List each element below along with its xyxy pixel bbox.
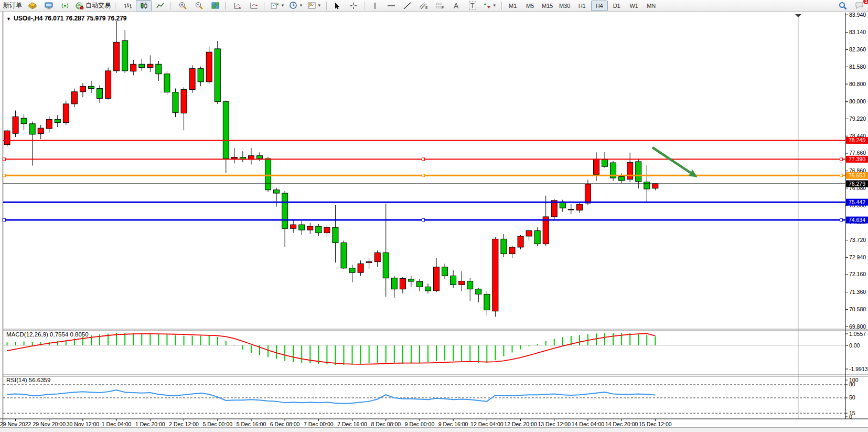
candle-body [122,40,128,71]
price-chart-canvas[interactable]: 83.94083.14082.36081.58080.80080.00079.2… [0,0,868,432]
new-chart-button[interactable]: ▼ [269,0,287,12]
vertical-line-tool-button[interactable] [367,0,383,12]
candle-body [257,156,263,159]
hline-handle[interactable] [422,158,425,161]
candle-body [181,90,187,113]
auto-scroll-button[interactable] [230,0,245,12]
chart-title: USOil-,H4 76.071 76.287 75.979 76.279 [14,15,127,22]
timeframe-h1[interactable]: H1 [574,1,591,11]
periods-button[interactable]: ▼ [287,0,305,12]
history-center-button[interactable] [25,0,40,12]
zoom-out-button[interactable] [191,0,207,12]
candle-body [147,64,153,67]
price-tick-label: 72.160 [849,271,866,277]
timeframe-mn[interactable]: MN [643,1,660,11]
time-tick-label: 9 Dec 16:00 [438,421,468,427]
chart-shift-button[interactable] [246,0,262,12]
horizontal-line-tool-button[interactable] [383,0,399,12]
hline-handle[interactable] [422,174,425,177]
time-tick-label: 15 Dec 12:00 [639,421,672,427]
arrows-icon [483,2,491,9]
toolbar-grip [115,2,117,10]
timeframe-m5[interactable]: M5 [522,1,539,11]
time-tick-label: 5 Dec 16:00 [237,421,266,427]
hline-handle[interactable] [3,219,6,222]
candle-body [274,190,280,193]
auto-scroll-icon [234,2,242,9]
candle-body [80,86,85,92]
candle-chart-type-button[interactable] [136,0,152,12]
hline-handle[interactable] [840,219,843,222]
dropdown-caret-icon: ▼ [299,4,303,8]
price-tick-label: 77.660 [849,150,866,156]
time-tick-label: 9 Dec 00:00 [405,421,435,427]
auto-trading-button[interactable]: 自动交易 [73,0,113,12]
notifications-button[interactable]: 1 [851,0,867,12]
candle-body [602,160,608,166]
crosshair-tool-button[interactable] [346,0,361,12]
tile-windows-button[interactable] [207,0,223,12]
candle-body [619,177,625,181]
hline-handle[interactable] [422,219,425,222]
candle-body [501,239,507,254]
hline-handle[interactable] [840,174,843,177]
main-toolbar: 新订单 自动交易 ▼ ▼ [0,0,868,12]
candle-body [291,225,296,228]
candle-body [131,64,136,71]
new-order-button[interactable]: 新订单 [1,0,24,12]
price-tick-label: 81.580 [849,64,866,70]
toolbar-grip [264,2,266,10]
channel-icon: E [419,2,428,9]
equidistant-channel-tool-button[interactable]: E [416,0,432,12]
price-tick-label: 69.800 [849,323,866,330]
auto-trading-label: 自动交易 [85,1,111,10]
hline-handle[interactable] [3,174,6,177]
time-tick-label: 7 Dec 00:00 [304,421,334,427]
timeframe-w1[interactable]: W1 [626,1,642,11]
time-tick-label: 30 Nov 12:00 [67,421,100,427]
price-tick-label: 83.940 [849,12,866,18]
timeframe-d1[interactable]: D1 [608,1,625,11]
timeframe-m30[interactable]: M30 [556,1,573,11]
fibonacci-tool-button[interactable]: F [432,0,448,12]
price-label-text: 74.634 [849,217,865,223]
candle-body [585,184,591,203]
toolbar-grip [225,2,228,10]
time-tick-label: 12 Dec 20:00 [504,421,537,427]
search-button[interactable] [835,0,851,12]
zoom-in-button[interactable] [175,0,190,12]
rsi-axis-label: 80 [849,381,855,387]
timeframe-m1[interactable]: M1 [505,1,521,11]
bar-chart-type-button[interactable] [120,0,135,12]
candle-body [265,159,271,190]
price-tick-label: 72.940 [849,254,866,260]
price-tick-label: 73.720 [849,237,866,243]
cursor-tool-button[interactable] [329,0,345,12]
market-watch-button[interactable] [41,0,57,12]
signals-button[interactable] [57,0,73,12]
chart-shift-icon [250,2,258,9]
timeframe-h4[interactable]: H4 [591,1,608,11]
candle-body [509,247,515,254]
text-tool-button[interactable]: A [448,0,464,12]
hline-handle[interactable] [3,158,6,161]
arrows-tool-button[interactable]: ▼ [481,0,499,12]
candle-body [324,227,330,233]
time-tick-label: 1 Dec 20:00 [135,421,165,427]
new-chart-icon [271,2,279,9]
notification-badge: 1 [863,0,868,4]
text-label-tool-button[interactable]: T [465,0,480,12]
candle-body [434,267,440,291]
cursor-icon [334,2,340,9]
candle-body [576,204,582,210]
timeframe-m15[interactable]: M15 [539,1,556,11]
candle-body [425,287,431,291]
dropdown-caret-icon: ▼ [281,4,285,8]
toolbar-separator [326,2,327,10]
templates-button[interactable]: ▼ [306,0,324,12]
candle-body [492,239,498,311]
line-chart-type-button[interactable] [152,0,168,12]
trendline-tool-button[interactable] [400,0,415,12]
symbol-dropdown-arrow[interactable]: ▼ [6,16,11,22]
hline-handle[interactable] [840,158,843,161]
